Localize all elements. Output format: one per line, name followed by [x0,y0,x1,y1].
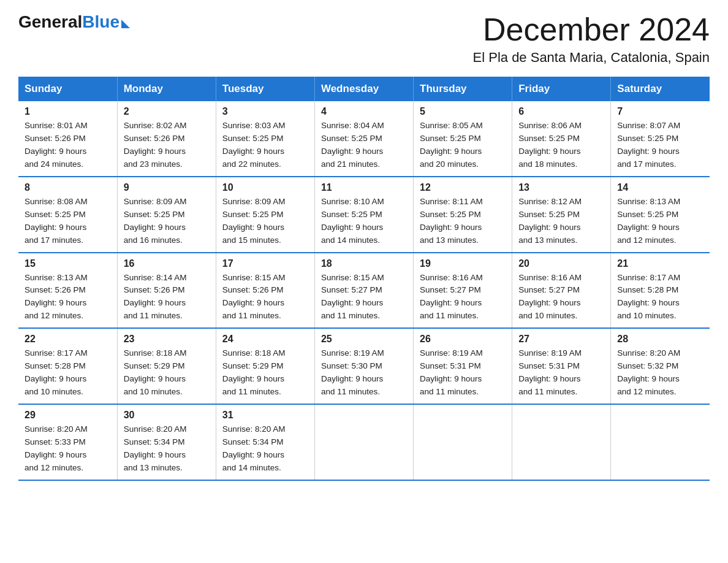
calendar-cell: 3Sunrise: 8:03 AMSunset: 5:25 PMDaylight… [216,101,314,177]
calendar-cell: 17Sunrise: 8:15 AMSunset: 5:26 PMDayligh… [216,253,314,329]
calendar-cell: 10Sunrise: 8:09 AMSunset: 5:25 PMDayligh… [216,177,314,253]
calendar-cell: 25Sunrise: 8:19 AMSunset: 5:30 PMDayligh… [314,328,413,404]
calendar-cell: 4Sunrise: 8:04 AMSunset: 5:25 PMDaylight… [314,101,413,177]
header-wednesday: Wednesday [314,77,413,101]
calendar-cell: 26Sunrise: 8:19 AMSunset: 5:31 PMDayligh… [414,328,512,404]
day-number: 30 [124,410,210,421]
calendar-cell: 13Sunrise: 8:12 AMSunset: 5:25 PMDayligh… [512,177,611,253]
calendar-cell: 7Sunrise: 8:07 AMSunset: 5:25 PMDaylight… [611,101,710,177]
calendar-cell: 27Sunrise: 8:19 AMSunset: 5:31 PMDayligh… [512,328,611,404]
calendar-cell: 1Sunrise: 8:01 AMSunset: 5:26 PMDaylight… [18,101,117,177]
header-saturday: Saturday [611,77,710,101]
day-info: Sunrise: 8:17 AMSunset: 5:28 PMDaylight:… [25,347,111,399]
day-info: Sunrise: 8:13 AMSunset: 5:25 PMDaylight:… [617,196,703,247]
day-number: 26 [420,334,506,345]
calendar-cell [611,404,710,480]
day-number: 17 [222,258,308,269]
day-number: 3 [222,106,308,117]
calendar-cell: 8Sunrise: 8:08 AMSunset: 5:25 PMDaylight… [18,177,117,253]
header-monday: Monday [117,77,216,101]
day-number: 5 [420,106,506,117]
logo-blue-text: Blue [82,12,119,32]
calendar-cell: 18Sunrise: 8:15 AMSunset: 5:27 PMDayligh… [314,253,413,329]
calendar-cell: 2Sunrise: 8:02 AMSunset: 5:26 PMDaylight… [117,101,216,177]
day-info: Sunrise: 8:20 AMSunset: 5:32 PMDaylight:… [617,347,703,399]
day-info: Sunrise: 8:17 AMSunset: 5:28 PMDaylight:… [617,272,703,323]
day-number: 28 [617,334,703,345]
day-number: 4 [321,106,407,117]
day-number: 24 [222,334,308,345]
calendar-week-row: 29Sunrise: 8:20 AMSunset: 5:33 PMDayligh… [18,404,710,480]
calendar-cell: 11Sunrise: 8:10 AMSunset: 5:25 PMDayligh… [314,177,413,253]
day-number: 13 [518,182,604,193]
day-info: Sunrise: 8:16 AMSunset: 5:27 PMDaylight:… [420,272,506,323]
calendar-cell [314,404,413,480]
calendar-cell [414,404,512,480]
day-number: 2 [124,106,210,117]
day-info: Sunrise: 8:15 AMSunset: 5:26 PMDaylight:… [222,272,308,323]
calendar-cell: 16Sunrise: 8:14 AMSunset: 5:26 PMDayligh… [117,253,216,329]
calendar-table: SundayMondayTuesdayWednesdayThursdayFrid… [18,77,710,480]
day-number: 31 [222,410,308,421]
day-number: 6 [518,106,604,117]
day-info: Sunrise: 8:09 AMSunset: 5:25 PMDaylight:… [124,196,210,247]
calendar-cell: 23Sunrise: 8:18 AMSunset: 5:29 PMDayligh… [117,328,216,404]
calendar-week-row: 1Sunrise: 8:01 AMSunset: 5:26 PMDaylight… [18,101,710,177]
day-number: 15 [25,258,111,269]
header-friday: Friday [512,77,611,101]
day-info: Sunrise: 8:19 AMSunset: 5:31 PMDaylight:… [420,347,506,399]
calendar-cell [512,404,611,480]
day-number: 21 [617,258,703,269]
day-number: 29 [25,410,111,421]
title-block: December 2024 El Pla de Santa Maria, Cat… [473,12,710,66]
day-info: Sunrise: 8:06 AMSunset: 5:25 PMDaylight:… [518,120,604,171]
day-number: 19 [420,258,506,269]
day-number: 10 [222,182,308,193]
day-info: Sunrise: 8:20 AMSunset: 5:33 PMDaylight:… [25,423,111,475]
day-number: 16 [124,258,210,269]
calendar-cell: 22Sunrise: 8:17 AMSunset: 5:28 PMDayligh… [18,328,117,404]
calendar-header-row: SundayMondayTuesdayWednesdayThursdayFrid… [18,77,710,101]
day-number: 11 [321,182,407,193]
day-info: Sunrise: 8:12 AMSunset: 5:25 PMDaylight:… [518,196,604,247]
calendar-cell: 19Sunrise: 8:16 AMSunset: 5:27 PMDayligh… [414,253,512,329]
day-info: Sunrise: 8:07 AMSunset: 5:25 PMDaylight:… [617,120,703,171]
header-sunday: Sunday [18,77,117,101]
day-info: Sunrise: 8:04 AMSunset: 5:25 PMDaylight:… [321,120,407,171]
calendar-cell: 9Sunrise: 8:09 AMSunset: 5:25 PMDaylight… [117,177,216,253]
calendar-week-row: 15Sunrise: 8:13 AMSunset: 5:26 PMDayligh… [18,253,710,329]
day-number: 18 [321,258,407,269]
day-info: Sunrise: 8:18 AMSunset: 5:29 PMDaylight:… [222,347,308,399]
calendar-cell: 31Sunrise: 8:20 AMSunset: 5:34 PMDayligh… [216,404,314,480]
day-number: 22 [25,334,111,345]
logo-general-text: General [18,12,82,32]
calendar-cell: 12Sunrise: 8:11 AMSunset: 5:25 PMDayligh… [414,177,512,253]
day-number: 8 [25,182,111,193]
day-info: Sunrise: 8:11 AMSunset: 5:25 PMDaylight:… [420,196,506,247]
logo-blue-container: Blue [82,12,130,32]
calendar-cell: 20Sunrise: 8:16 AMSunset: 5:27 PMDayligh… [512,253,611,329]
day-info: Sunrise: 8:20 AMSunset: 5:34 PMDaylight:… [222,423,308,475]
calendar-cell: 21Sunrise: 8:17 AMSunset: 5:28 PMDayligh… [611,253,710,329]
calendar-cell: 28Sunrise: 8:20 AMSunset: 5:32 PMDayligh… [611,328,710,404]
calendar-cell: 15Sunrise: 8:13 AMSunset: 5:26 PMDayligh… [18,253,117,329]
month-title: December 2024 [473,12,710,47]
calendar-cell: 24Sunrise: 8:18 AMSunset: 5:29 PMDayligh… [216,328,314,404]
day-info: Sunrise: 8:19 AMSunset: 5:30 PMDaylight:… [321,347,407,399]
calendar-week-row: 8Sunrise: 8:08 AMSunset: 5:25 PMDaylight… [18,177,710,253]
header-tuesday: Tuesday [216,77,314,101]
day-info: Sunrise: 8:10 AMSunset: 5:25 PMDaylight:… [321,196,407,247]
day-info: Sunrise: 8:05 AMSunset: 5:25 PMDaylight:… [420,120,506,171]
calendar-cell: 5Sunrise: 8:05 AMSunset: 5:25 PMDaylight… [414,101,512,177]
day-number: 25 [321,334,407,345]
day-info: Sunrise: 8:14 AMSunset: 5:26 PMDaylight:… [124,272,210,323]
day-number: 7 [617,106,703,117]
day-info: Sunrise: 8:02 AMSunset: 5:26 PMDaylight:… [124,120,210,171]
day-number: 12 [420,182,506,193]
logo: General Blue [18,12,130,32]
day-number: 23 [124,334,210,345]
day-info: Sunrise: 8:19 AMSunset: 5:31 PMDaylight:… [518,347,604,399]
location-text: El Pla de Santa Maria, Catalonia, Spain [473,50,710,66]
calendar-week-row: 22Sunrise: 8:17 AMSunset: 5:28 PMDayligh… [18,328,710,404]
day-info: Sunrise: 8:20 AMSunset: 5:34 PMDaylight:… [124,423,210,475]
